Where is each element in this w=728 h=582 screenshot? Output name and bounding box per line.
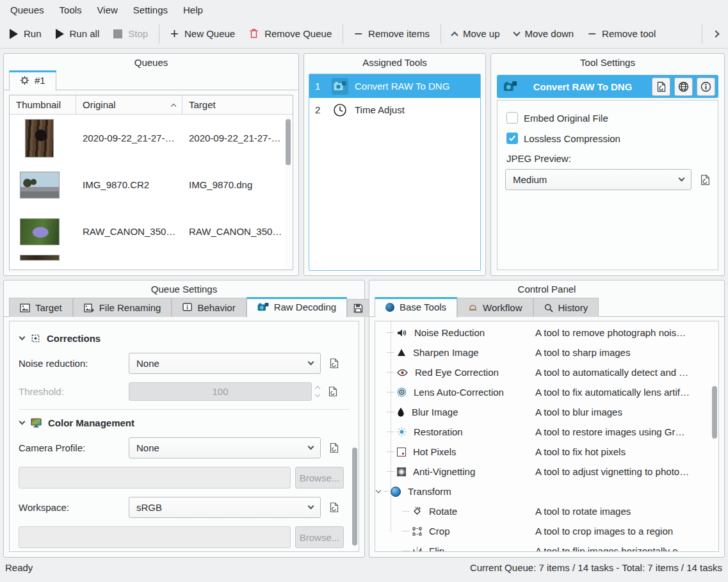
tab-workflow[interactable]: Workflow [457, 298, 533, 317]
camera-profile-select[interactable]: None [129, 437, 321, 458]
queue-tab-1[interactable]: #1 [9, 70, 56, 91]
workspace-browse-button[interactable]: Browse... [295, 526, 344, 548]
spinner-arrows[interactable] [316, 387, 320, 396]
tool-item-sharpen-image[interactable]: Sharpen Image A tool to sharp images [375, 343, 718, 362]
tool-item-red-eye-correction[interactable]: Red Eye Correction A tool to automatical… [375, 362, 718, 382]
corrections-section-header[interactable]: Corrections [20, 333, 356, 344]
tool-help-button[interactable] [674, 77, 693, 96]
assigned-tool-time-adjust[interactable]: 2 Time Adjust [309, 98, 480, 122]
tool-name: Flip [429, 546, 444, 552]
tool-description: A tool to blur images [533, 407, 718, 417]
tool-item-noise-reduction[interactable]: Noise Reduction A tool to remove photogr… [375, 323, 718, 343]
tool-item-anti-vignetting[interactable]: Anti-Vignetting A tool to adjust vignett… [375, 462, 718, 481]
tab-raw-decoding[interactable]: Raw Decoding [247, 297, 348, 318]
tool-name: Rotate [429, 506, 457, 517]
menu-view[interactable]: View [90, 2, 125, 18]
checkbox-unchecked-icon[interactable] [506, 112, 518, 124]
remove-items-button[interactable]: − Remove items [347, 24, 437, 43]
tab-saved-workflow[interactable] [347, 299, 369, 317]
tool-label: Convert RAW To DNG [355, 81, 449, 92]
play-icon [56, 29, 64, 39]
tool-item-blur-image[interactable]: Blur Image A tool to blur images [375, 402, 718, 422]
tool-item-flip[interactable]: Flip A tool to flip images horizontally … [375, 541, 718, 552]
threshold-spinbox[interactable]: 100 [129, 382, 312, 401]
camera-profile-path-input[interactable] [19, 467, 291, 489]
stop-label: Stop [128, 28, 148, 39]
new-queue-button[interactable]: + New Queue [163, 24, 242, 43]
reset-default-icon[interactable] [700, 174, 710, 186]
toolbar-separator [702, 24, 702, 44]
tool-name: Anti-Vignetting [413, 466, 475, 477]
workspace-select[interactable]: sRGB [129, 497, 321, 518]
tab-behavior[interactable]: Behavior [172, 298, 246, 317]
column-thumbnail[interactable]: Thumbnail [10, 95, 76, 114]
queue-settings-scrollbar[interactable] [352, 323, 358, 550]
jpeg-preview-value: Medium [513, 174, 547, 185]
lossless-compression-checkbox-row[interactable]: Lossless Compression [506, 133, 710, 144]
reset-default-icon[interactable] [330, 442, 339, 453]
checkbox-checked-icon[interactable] [506, 133, 518, 144]
tab-history-label: History [558, 302, 588, 313]
queue-settings-panel: Queue Settings Target File Renaming [3, 280, 365, 558]
color-management-section-header[interactable]: Color Management [20, 417, 356, 428]
column-target[interactable]: Target [182, 95, 293, 114]
jpeg-preview-select[interactable]: Medium [505, 169, 692, 190]
menu-help[interactable]: Help [175, 2, 211, 18]
hot-pixel-icon [397, 448, 406, 457]
tool-item-lens-auto-correction[interactable]: Lens Auto-Correction A tool to fix autom… [375, 382, 718, 402]
menu-queues[interactable]: Queues [3, 2, 52, 18]
column-original[interactable]: Original [76, 95, 182, 114]
minus-icon: − [354, 30, 362, 38]
toolbar-separator [343, 24, 343, 44]
tab-base-tools[interactable]: Base Tools [375, 297, 457, 318]
assigned-tool-convert-raw[interactable]: 1 Convert RAW To DNG [309, 74, 480, 98]
control-panel: Control Panel Base Tools Workflow His [369, 280, 725, 558]
reset-settings-button[interactable] [652, 77, 670, 96]
run-button[interactable]: Run [3, 24, 49, 43]
table-row[interactable]: RAW_CANON_350… RAW_CANON_350… [10, 208, 293, 255]
tab-history[interactable]: History [533, 298, 599, 317]
save-disk-icon [353, 303, 363, 313]
status-ready: Ready [5, 562, 33, 573]
remove-tool-button[interactable]: − Remove tool [581, 24, 663, 43]
tool-info-button[interactable] [697, 77, 715, 96]
monitor-color-icon [31, 418, 42, 428]
run-all-label: Run all [70, 28, 100, 39]
menu-settings[interactable]: Settings [125, 2, 175, 18]
chevron-down-icon[interactable] [376, 487, 381, 492]
tool-item-crop[interactable]: Crop A tool to crop images to a region [375, 521, 718, 541]
move-up-button[interactable]: Move up [445, 24, 507, 43]
remove-queue-button[interactable]: Remove Queue [242, 24, 339, 43]
table-row[interactable] [10, 255, 293, 264]
toolbar-overflow-button[interactable] [706, 28, 725, 40]
tab-file-renaming[interactable]: File Renaming [73, 298, 172, 317]
menu-tools[interactable]: Tools [52, 2, 90, 18]
remove-queue-label: Remove Queue [264, 28, 332, 39]
tab-target[interactable]: Target [9, 298, 73, 317]
menu-bar: Queues Tools View Settings Help [0, 0, 728, 19]
tool-name: Sharpen Image [413, 347, 479, 358]
run-all-button[interactable]: Run all [49, 24, 107, 43]
move-down-button[interactable]: Move down [507, 24, 581, 43]
stop-button[interactable]: Stop [106, 24, 155, 43]
noise-reduction-select[interactable]: None [129, 353, 321, 374]
tool-group-transform[interactable]: Transform [375, 481, 718, 501]
reset-default-icon[interactable] [330, 358, 339, 369]
queue-table-scrollbar[interactable] [285, 116, 291, 268]
reset-default-icon[interactable] [330, 502, 339, 513]
chevron-down-icon [308, 444, 314, 450]
tool-item-rotate[interactable]: Rotate A tool to rotate images [375, 501, 718, 521]
color-management-heading: Color Management [48, 417, 134, 428]
reset-default-icon[interactable] [328, 386, 337, 397]
control-panel-scrollbar[interactable] [711, 323, 718, 550]
camera-profile-browse-button[interactable]: Browse... [295, 467, 344, 489]
image-plus-icon [84, 303, 94, 312]
queue-tab-label: #1 [35, 75, 45, 86]
tool-item-hot-pixels[interactable]: Hot Pixels A tool to fix hot pixels [375, 442, 718, 462]
workspace-path-input[interactable] [19, 526, 291, 548]
tool-item-restoration[interactable]: Restoration A tool to restore images usi… [375, 422, 718, 442]
embed-original-checkbox-row[interactable]: Embed Original File [506, 112, 710, 124]
table-row[interactable]: 2020-09-22_21-27-… 2020-09-22_21-27-… [10, 115, 293, 161]
table-row[interactable]: IMG_9870.CR2 IMG_9870.dng [10, 161, 293, 208]
camera-profile-label: Camera Profile: [19, 442, 129, 453]
